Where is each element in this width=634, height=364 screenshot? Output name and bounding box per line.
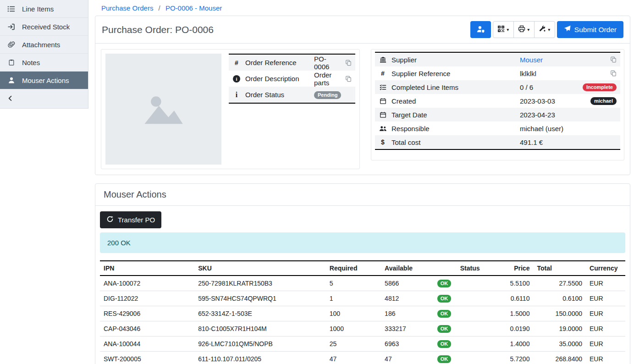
sidebar-collapse-button[interactable]: [0, 89, 88, 108]
ok-badge: OK: [437, 355, 452, 363]
supplier-link[interactable]: Mouser: [520, 56, 543, 64]
column-header[interactable]: Status: [434, 261, 484, 276]
breadcrumb-link-current[interactable]: PO-0006 - Mouser: [165, 4, 222, 12]
sidebar-item-label: Notes: [22, 59, 40, 66]
cell-price: 1.5000: [484, 306, 534, 321]
ok-badge: OK: [437, 340, 452, 348]
kv-label: Completed Line Items: [391, 83, 515, 91]
kv-value: 2023-03-03: [520, 97, 586, 105]
cell-status: OK: [434, 291, 484, 306]
page-title: Purchase Order: PO-0006: [102, 24, 214, 35]
column-header[interactable]: Price: [484, 261, 534, 276]
kv-label: Target Date: [391, 111, 515, 119]
copy-icon[interactable]: [610, 70, 617, 77]
chevron-down-icon: ▾: [507, 28, 509, 32]
breadcrumb-link-purchase-orders[interactable]: Purchase Orders: [101, 4, 153, 12]
order-image-placeholder[interactable]: [105, 54, 221, 165]
table-row[interactable]: RES-429006 652-3314Z-1-503E 100 186 OK 1…: [100, 306, 625, 321]
cell-available: 6963: [381, 336, 434, 352]
cell-required: 100: [326, 306, 381, 321]
incomplete-badge: Incomplete: [583, 83, 617, 91]
sidebar-item-received-stock[interactable]: Received Stock: [0, 18, 88, 36]
dollar-icon: $: [379, 138, 387, 146]
mouser-actions-header: Mouser Actions: [95, 184, 630, 206]
cell-sku: 611-110.107.011/0205: [194, 352, 326, 364]
user-permissions-button[interactable]: [470, 21, 491, 38]
kv-value: 2023-04-23: [520, 111, 617, 119]
user-badge: michael: [590, 97, 617, 105]
status-alert: 200 OK: [100, 232, 625, 253]
cell-status: OK: [434, 276, 484, 291]
cell-sku: 810-C1005X7R1H104M: [194, 321, 326, 336]
qrcode-icon: [497, 25, 505, 34]
cell-price: 1.4000: [484, 336, 534, 352]
transfer-po-button[interactable]: Transfer PO: [100, 211, 161, 228]
copy-icon[interactable]: [345, 76, 352, 82]
main-content: Purchase Orders / PO-0006 - Mouser Purch…: [88, 0, 634, 364]
kv-value: 491.1 €: [520, 138, 617, 146]
cell-status: OK: [434, 336, 484, 352]
copy-icon[interactable]: [345, 60, 352, 66]
cell-total: 19.0000: [533, 321, 586, 336]
order-actions-button[interactable]: ▾: [534, 21, 555, 38]
cell-currency: EUR: [586, 276, 625, 291]
users-icon: [379, 125, 387, 132]
printer-icon: [518, 25, 525, 34]
sidebar-item-notes[interactable]: Notes: [0, 54, 88, 72]
column-header[interactable]: Currency: [586, 261, 625, 276]
cell-required: 5: [326, 276, 381, 291]
cell-currency: EUR: [586, 321, 625, 336]
table-row[interactable]: DIG-112022 595-SN74HCS74QPWRQ1 1 4812 OK…: [100, 291, 625, 306]
cell-available: 333217: [381, 321, 434, 336]
kv-value: PO-0006: [314, 55, 341, 71]
sidebar: Line Items Received Stock Attachments No…: [0, 0, 88, 364]
breadcrumb-separator: /: [159, 4, 160, 12]
cell-required: 47: [326, 352, 381, 364]
info-circle-icon: i: [232, 75, 241, 83]
calendar-icon: [379, 111, 387, 118]
column-header[interactable]: Available: [381, 261, 434, 276]
hash-icon: #: [232, 59, 241, 66]
calendar-icon: [379, 98, 387, 105]
refresh-icon: [106, 215, 114, 224]
sidebar-item-label: Received Stock: [22, 23, 70, 31]
column-header[interactable]: Required: [326, 261, 381, 276]
sidebar-item-line-items[interactable]: Line Items: [0, 0, 88, 18]
order-kv-table: # Order Reference PO-0006 i Order Descri…: [229, 54, 355, 104]
kv-label: Order Reference: [245, 59, 309, 66]
paperclip-icon: [7, 41, 16, 48]
cell-sku: 652-3314Z-1-503E: [194, 306, 326, 321]
chevron-down-icon: ▾: [527, 28, 529, 32]
sidebar-item-mouser-actions[interactable]: Mouser Actions: [0, 72, 88, 89]
table-row[interactable]: ANA-100072 250-72981KLRATR150B3 5 5866 O…: [100, 276, 625, 291]
sidebar-item-attachments[interactable]: Attachments: [0, 36, 88, 54]
table-row[interactable]: SWT-200005 611-110.107.011/0205 47 47 OK…: [100, 352, 625, 364]
submit-order-button[interactable]: Submit Order: [557, 21, 623, 38]
parts-table: IPNSKURequiredAvailableStatusPriceTotalC…: [100, 260, 625, 364]
cell-ipn: CAP-043046: [100, 321, 194, 336]
cell-total: 150.0000: [533, 306, 586, 321]
cell-ipn: DIG-112022: [100, 291, 194, 306]
cell-total: 27.5500: [533, 276, 586, 291]
table-row[interactable]: CAP-043046 810-C1005X7R1H104M 1000 33321…: [100, 321, 625, 336]
user-shield-icon: [476, 25, 485, 34]
barcode-actions-button[interactable]: ▾: [493, 21, 514, 38]
parts-table-body: ANA-100072 250-72981KLRATR150B3 5 5866 O…: [100, 276, 625, 364]
copy-icon[interactable]: [610, 56, 617, 63]
building-icon: [379, 56, 387, 63]
cell-total: 268.8400: [533, 352, 586, 364]
ok-badge: OK: [437, 295, 452, 303]
table-row[interactable]: ANA-100044 926-LMC7101QM5/NOPB 25 6963 O…: [100, 336, 625, 352]
print-actions-button[interactable]: ▾: [513, 21, 535, 38]
kv-row-responsible: Responsible michael (user): [375, 121, 620, 135]
column-header[interactable]: SKU: [194, 261, 326, 276]
list-icon: [7, 5, 16, 13]
purchase-order-header: Purchase Order: PO-0006 ▾: [95, 16, 630, 44]
order-details-section: # Order Reference PO-0006 i Order Descri…: [95, 44, 630, 175]
supplier-info-card: Supplier Mouser # Supplier Reference lkl…: [371, 49, 624, 160]
column-header[interactable]: IPN: [100, 261, 194, 276]
info-icon: i: [232, 91, 241, 99]
cell-sku: 595-SN74HCS74QPWRQ1: [194, 291, 326, 306]
column-header[interactable]: Total: [533, 261, 586, 276]
kv-value: 0 / 6: [520, 83, 578, 91]
